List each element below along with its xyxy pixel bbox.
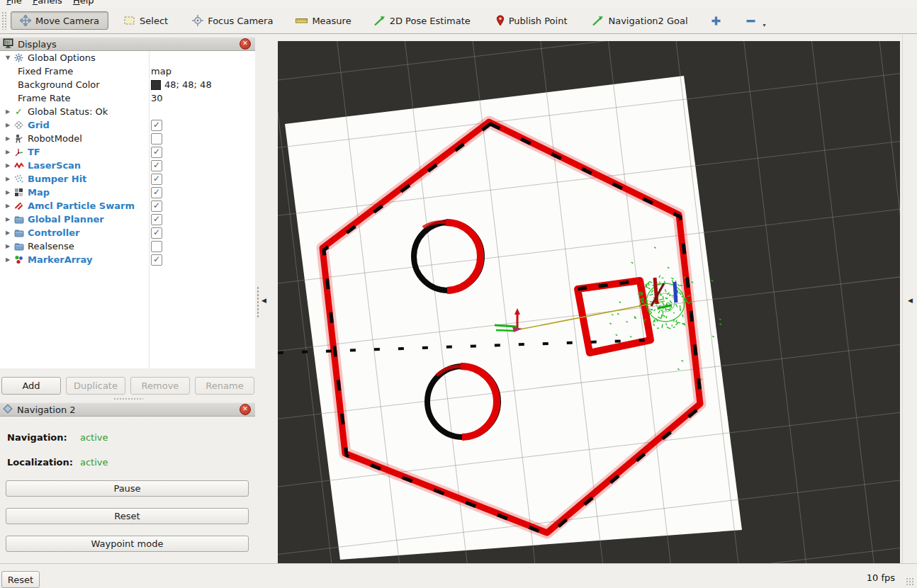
folder-icon (13, 215, 25, 224)
expander-closed-icon[interactable]: ▶ (4, 162, 12, 169)
expander-closed-icon[interactable]: ▶ (4, 149, 12, 155)
menu-panels[interactable]: Panels (33, 0, 62, 6)
row-global-options[interactable]: ▼ Global Options (0, 51, 255, 64)
displays-panel-title: Displays (18, 39, 57, 50)
background-color-swatch[interactable] (151, 80, 161, 90)
render-view[interactable] (278, 41, 900, 563)
menu-file[interactable]: File (6, 0, 22, 6)
expander-closed-icon[interactable]: ▶ (4, 243, 12, 249)
row-robotmodel[interactable]: ▶ RobotModel (0, 132, 255, 145)
row-markerarray[interactable]: ▶ MarkerArray (0, 253, 255, 266)
row-background-color[interactable]: Background Color 48; 48; 48 (0, 78, 255, 91)
map-pin-icon (496, 15, 505, 26)
menu-help[interactable]: Help (73, 0, 94, 6)
right-collapse-arrow-icon[interactable]: ◀ (908, 297, 913, 304)
row-grid[interactable]: ▶ Grid (0, 118, 255, 132)
expander-closed-icon[interactable]: ▶ (4, 176, 12, 182)
robot-icon (13, 134, 25, 143)
display-label: Map (28, 187, 50, 198)
row-tf[interactable]: ▶ TF (0, 145, 255, 159)
localization-status-row: Localization: active (7, 457, 73, 469)
tool-move-camera[interactable]: Move Camera (11, 11, 108, 30)
tool-add-button[interactable] (705, 12, 727, 30)
pause-button[interactable]: Pause (6, 480, 249, 497)
robotmodel-checkbox[interactable] (151, 133, 162, 145)
nav-reset-button[interactable]: Reset (6, 508, 249, 524)
select-icon (124, 16, 135, 26)
expander-closed-icon[interactable]: ▶ (4, 230, 12, 236)
expander-closed-icon[interactable]: ▶ (4, 256, 12, 263)
displays-button-row: Add Duplicate Remove Rename (1, 377, 254, 395)
tool-2d-pose-estimate[interactable]: 2D Pose Estimate (369, 12, 476, 30)
row-map[interactable]: ▶ Map (0, 186, 255, 199)
map-free-space (285, 76, 742, 560)
expander-open-icon[interactable]: ▼ (4, 55, 12, 61)
displays-panel-header[interactable]: Displays ✕ (0, 37, 255, 51)
bumper-hit-checkbox[interactable] (151, 174, 162, 185)
tf-checkbox[interactable] (151, 147, 162, 158)
global-planner-checkbox[interactable] (151, 214, 162, 225)
row-global-status[interactable]: ▶ ✓ Global Status: Ok (0, 105, 255, 118)
navigation2-panel-header[interactable]: Navigation 2 ✕ (0, 402, 255, 417)
map-checkbox[interactable] (151, 187, 162, 198)
toolbar-overflow-caret[interactable]: ▾ (763, 22, 766, 28)
tool-select[interactable]: Select (118, 12, 174, 30)
row-laserscan[interactable]: ▶ LaserScan (0, 159, 255, 172)
rename-button[interactable]: Rename (195, 377, 254, 395)
status-bar: Reset 10 fps (0, 563, 917, 588)
toolbar-drag-handle[interactable] (1, 11, 6, 30)
tool-publish-point[interactable]: Publish Point (490, 11, 573, 30)
row-realsense[interactable]: ▶ Realsense (0, 239, 255, 253)
navigation2-close-icon[interactable]: ✕ (240, 404, 251, 415)
row-frame-rate[interactable]: Frame Rate 30 (0, 91, 255, 105)
row-bumper-hit[interactable]: ▶ Bumper Hit (0, 172, 255, 186)
expander-closed-icon[interactable]: ▶ (4, 189, 12, 196)
background-color-value[interactable]: 48; 48; 48 (164, 79, 212, 90)
green-arrow-icon (592, 16, 604, 26)
panel-splitter-handle[interactable] (113, 397, 143, 400)
display-label: RobotModel (28, 133, 82, 144)
expander-closed-icon[interactable]: ▶ (4, 135, 12, 142)
time-reset-button[interactable]: Reset (1, 571, 40, 588)
window-resize-grip[interactable] (906, 577, 915, 587)
tool-remove-button[interactable]: ▾ (740, 12, 772, 30)
add-button[interactable]: Add (1, 377, 61, 395)
left-collapse-arrow-icon[interactable]: ◀ (261, 297, 266, 304)
tool-measure[interactable]: Measure (290, 12, 356, 30)
waypoint-mode-button[interactable]: Waypoint mode (6, 536, 249, 552)
bumper-hit-icon (13, 174, 25, 183)
measure-icon (296, 17, 308, 24)
displays-close-icon[interactable]: ✕ (240, 38, 251, 50)
tool-label: Focus Camera (208, 16, 273, 26)
display-label: TF (28, 147, 40, 157)
realsense-checkbox[interactable] (151, 241, 162, 252)
remove-tool-minus-icon (746, 16, 756, 26)
expander-closed-icon[interactable]: ▶ (4, 216, 12, 222)
expander-closed-icon[interactable]: ▶ (4, 203, 12, 209)
right-splitter[interactable] (902, 35, 903, 563)
tool-label: Move Camera (35, 16, 99, 26)
expander-closed-icon[interactable]: ▶ (4, 122, 12, 128)
folder-icon (13, 229, 25, 237)
row-amcl-particle-swarm[interactable]: ▶ Amcl Particle Swarm (0, 199, 255, 213)
expander-closed-icon[interactable]: ▶ (4, 108, 12, 115)
frame-rate-value[interactable]: 30 (151, 93, 163, 103)
display-label: Global Planner (28, 214, 104, 225)
tool-navigation2-goal[interactable]: Navigation2 Goal (587, 12, 693, 30)
markerarray-checkbox[interactable] (151, 254, 162, 266)
row-controller[interactable]: ▶ Controller (0, 226, 255, 239)
amcl-checkbox[interactable] (151, 200, 162, 212)
row-global-planner[interactable]: ▶ Global Planner (0, 213, 255, 226)
left-splitter-grip[interactable] (257, 286, 259, 317)
particle-swarm-icon (13, 201, 25, 210)
fixed-frame-value[interactable]: map (151, 66, 171, 77)
row-fixed-frame[interactable]: Fixed Frame map (0, 64, 255, 78)
folder-icon (13, 242, 25, 251)
duplicate-button[interactable]: Duplicate (66, 377, 125, 395)
remove-button[interactable]: Remove (130, 377, 190, 395)
property-label: Background Color (18, 79, 100, 90)
controller-checkbox[interactable] (151, 227, 162, 239)
grid-checkbox[interactable] (151, 120, 162, 131)
laserscan-checkbox[interactable] (151, 160, 162, 171)
tool-focus-camera[interactable]: Focus Camera (186, 11, 279, 30)
